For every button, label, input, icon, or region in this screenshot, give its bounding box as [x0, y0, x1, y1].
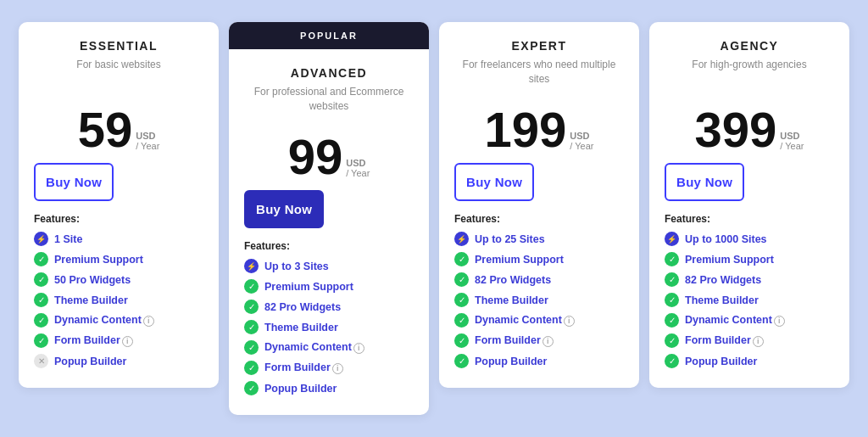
plan-header-advanced: ADVANCED For professional and Ecommerce …: [229, 49, 429, 122]
price-currency-advanced: USD: [346, 158, 370, 168]
check-icon: ✓: [454, 252, 469, 266]
price-number-expert: 199: [485, 105, 567, 154]
check-icon: ✓: [244, 320, 259, 334]
feature-text: Popup Builder: [475, 356, 547, 367]
plan-card-essential: ESSENTIAL For basic websites 59 USD / Ye…: [19, 22, 219, 388]
check-icon: ✓: [244, 381, 259, 395]
feature-text: Dynamic Contenti: [475, 314, 575, 326]
price-number-essential: 59: [78, 105, 133, 154]
feature-text: Form Builderi: [475, 334, 554, 346]
plan-desc-expert: For freelancers who need multiple sites: [454, 58, 624, 87]
features-label-expert: Features:: [454, 213, 624, 225]
check-icon: ✓: [34, 272, 48, 287]
features-section-expert: Features: ⚡ Up to 25 Sites ✓ Premium Sup…: [439, 213, 639, 368]
price-period-expert: / Year: [570, 141, 593, 151]
feature-item: ✓ Dynamic Contenti: [665, 313, 834, 328]
pricing-container: ESSENTIAL For basic websites 59 USD / Ye…: [19, 22, 849, 415]
buy-button-advanced[interactable]: Buy Now: [244, 190, 324, 228]
check-icon: ✓: [244, 279, 259, 294]
plan-price-advanced: 99 USD / Year: [229, 122, 429, 190]
feature-item: ✓ 50 Pro Widgets: [34, 272, 203, 287]
check-icon: ✓: [34, 293, 48, 307]
feature-item: ⚡ Up to 1000 Sites: [665, 232, 834, 246]
feature-text: Form Builderi: [685, 334, 764, 346]
feature-text: Dynamic Contenti: [264, 341, 364, 353]
feature-item: ✓ Popup Builder: [665, 354, 834, 368]
price-period-advanced: / Year: [346, 168, 370, 178]
feature-item: ✓ 82 Pro Widgets: [244, 300, 414, 314]
plan-header-expert: EXPERT For freelancers who need multiple…: [439, 22, 639, 95]
info-icon: i: [122, 336, 133, 347]
feature-text: Theme Builder: [54, 294, 128, 306]
plan-header-essential: ESSENTIAL For basic websites: [19, 22, 219, 95]
feature-text: Popup Builder: [264, 383, 337, 395]
feature-text: Up to 1000 Sites: [685, 233, 767, 245]
info-icon: i: [143, 316, 154, 327]
feature-text: Up to 3 Sites: [264, 261, 329, 272]
feature-text: Dynamic Contenti: [685, 314, 785, 326]
feature-text: Theme Builder: [685, 294, 759, 306]
check-icon: ✓: [454, 313, 469, 328]
buy-button-expert[interactable]: Buy Now: [454, 163, 534, 201]
check-icon: ✓: [454, 272, 469, 287]
check-icon: ✓: [244, 361, 259, 375]
check-icon: ✓: [34, 313, 48, 328]
feature-text: Premium Support: [54, 254, 143, 266]
price-currency-expert: USD: [570, 131, 593, 141]
price-number-advanced: 99: [288, 132, 343, 182]
feature-item: ✓ Form Builderi: [454, 333, 624, 348]
plan-header-agency: AGENCY For high-growth agencies: [649, 22, 849, 95]
plan-card-expert: EXPERT For freelancers who need multiple…: [439, 22, 639, 388]
feature-text: 82 Pro Widgets: [685, 274, 761, 286]
feature-item: ✓ Form Builderi: [665, 333, 834, 348]
plan-name-advanced: ADVANCED: [244, 66, 414, 80]
feature-item: ✓ Theme Builder: [454, 293, 624, 307]
check-icon: ✓: [244, 300, 259, 314]
features-section-advanced: Features: ⚡ Up to 3 Sites ✓ Premium Supp…: [229, 240, 429, 395]
check-icon: ✓: [34, 252, 48, 266]
check-icon: ✓: [665, 272, 679, 287]
feature-text: Theme Builder: [475, 294, 548, 306]
bolt-icon: ⚡: [454, 232, 469, 246]
info-icon: i: [564, 316, 575, 327]
feature-text: Popup Builder: [685, 356, 757, 367]
price-period-essential: / Year: [136, 141, 159, 151]
feature-text: Up to 25 Sites: [475, 233, 545, 245]
check-icon: ✓: [665, 333, 679, 348]
feature-text: Premium Support: [475, 254, 564, 266]
bolt-icon: ⚡: [34, 232, 48, 246]
info-icon: i: [542, 336, 554, 347]
plan-price-agency: 399 USD / Year: [649, 95, 849, 163]
feature-text: Popup Builder: [54, 356, 126, 367]
feature-item: ✓ Theme Builder: [665, 293, 834, 307]
features-label-advanced: Features:: [244, 240, 414, 252]
feature-item: ✓ Premium Support: [454, 252, 624, 266]
bolt-icon: ⚡: [665, 232, 679, 246]
check-icon: ✓: [454, 293, 469, 307]
plan-name-agency: AGENCY: [665, 39, 834, 53]
feature-text: 50 Pro Widgets: [54, 274, 131, 286]
feature-text: 1 Site: [54, 233, 82, 245]
check-icon: ✓: [244, 340, 259, 355]
feature-text: 82 Pro Widgets: [264, 301, 341, 313]
feature-item: ✓ Form Builderi: [244, 361, 414, 375]
info-icon: i: [332, 363, 343, 374]
check-icon: ✓: [665, 252, 679, 266]
feature-item: ✓ Dynamic Contenti: [244, 340, 414, 355]
feature-item: ✓ 82 Pro Widgets: [454, 272, 624, 287]
buy-button-essential[interactable]: Buy Now: [34, 163, 114, 201]
price-currency-essential: USD: [136, 131, 159, 141]
plan-price-expert: 199 USD / Year: [439, 95, 639, 163]
price-period-agency: / Year: [780, 141, 804, 151]
plan-card-advanced: POPULAR ADVANCED For professional and Ec…: [229, 22, 429, 415]
bolt-icon: ⚡: [244, 259, 259, 273]
feature-item: ⚡ Up to 25 Sites: [454, 232, 624, 246]
feature-text: Premium Support: [264, 281, 353, 293]
feature-item: ✓ 82 Pro Widgets: [665, 272, 834, 287]
feature-text: Premium Support: [685, 254, 774, 266]
feature-text: Form Builderi: [264, 361, 343, 373]
feature-item: ✕ Popup Builder: [34, 354, 203, 368]
buy-button-agency[interactable]: Buy Now: [665, 163, 744, 201]
check-icon: ✓: [34, 333, 48, 348]
feature-item: ✓ Dynamic Contenti: [454, 313, 624, 328]
